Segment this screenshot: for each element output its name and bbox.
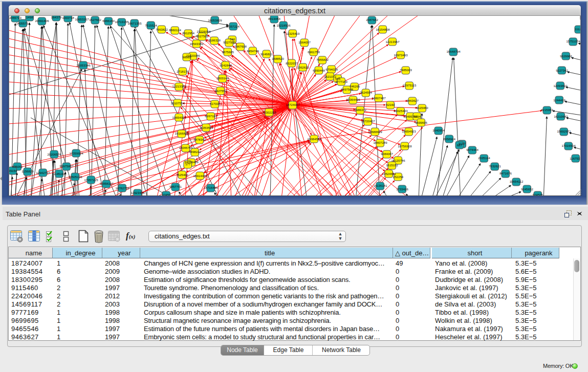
- svg-text:19218506: 19218506: [276, 24, 291, 27]
- svg-text:18807249: 18807249: [373, 141, 387, 144]
- svg-text:8860124: 8860124: [169, 28, 181, 32]
- svg-text:8454749: 8454749: [247, 49, 259, 53]
- svg-text:1640954: 1640954: [432, 128, 445, 132]
- svg-text:9699695: 9699695: [415, 121, 427, 124]
- svg-text:8813054: 8813054: [268, 17, 280, 20]
- svg-text:10653267: 10653267: [75, 17, 89, 21]
- svg-text:10688609: 10688609: [368, 130, 382, 134]
- svg-text:8958924: 8958924: [443, 137, 455, 141]
- svg-text:1145194: 1145194: [53, 172, 66, 176]
- svg-text:19654923: 19654923: [402, 129, 416, 133]
- svg-text:10807487: 10807487: [372, 96, 386, 100]
- svg-text:10973493: 10973493: [394, 53, 408, 57]
- svg-text:14055714: 14055714: [16, 21, 30, 25]
- svg-text:7485003: 7485003: [400, 68, 412, 72]
- svg-text:23302215: 23302215: [262, 111, 276, 114]
- svg-text:98965: 98965: [183, 55, 192, 59]
- svg-text:20206576: 20206576: [47, 152, 61, 156]
- svg-text:9329966: 9329966: [560, 54, 572, 58]
- svg-text:8427552: 8427552: [214, 89, 227, 93]
- svg-text:8267110: 8267110: [205, 114, 217, 118]
- svg-text:1167533: 1167533: [570, 157, 580, 160]
- svg-text:2935114: 2935114: [478, 156, 490, 160]
- svg-text:16053809: 16053809: [208, 18, 222, 22]
- svg-text:1564097: 1564097: [298, 40, 311, 44]
- svg-text:99975867: 99975867: [59, 164, 74, 168]
- svg-text:10107554: 10107554: [170, 101, 185, 105]
- svg-text:2087682: 2087682: [366, 18, 378, 21]
- svg-text:20053346: 20053346: [76, 63, 91, 67]
- svg-text:15720407: 15720407: [361, 119, 375, 123]
- svg-text:12093822: 12093822: [553, 84, 568, 87]
- svg-text:12923448: 12923448: [130, 191, 145, 194]
- svg-text:6961758: 6961758: [308, 50, 320, 54]
- svg-text:12505135: 12505135: [68, 175, 82, 179]
- svg-text:687: 687: [457, 143, 463, 147]
- svg-text:1498: 1498: [26, 16, 33, 19]
- svg-text:8322037: 8322037: [286, 61, 298, 65]
- svg-text:3624554: 3624554: [360, 91, 372, 94]
- svg-text:7625402: 7625402: [176, 173, 188, 177]
- svg-text:1244419: 1244419: [553, 98, 565, 102]
- svg-text:1527602: 1527602: [89, 18, 101, 21]
- svg-text:6794028: 6794028: [325, 68, 338, 71]
- svg-text:9146821: 9146821: [260, 52, 273, 56]
- svg-text:11325419: 11325419: [286, 32, 300, 35]
- svg-text:10719155: 10719155: [115, 20, 129, 24]
- svg-text:10025433: 10025433: [394, 109, 408, 113]
- svg-text:9242848: 9242848: [220, 63, 232, 67]
- svg-text:2718176: 2718176: [177, 70, 189, 73]
- svg-text:11123: 11123: [575, 27, 580, 31]
- svg-text:1615152: 1615152: [386, 163, 398, 167]
- svg-text:12975115: 12975115: [403, 83, 417, 87]
- svg-text:8094: 8094: [413, 115, 421, 118]
- svg-text:417004: 417004: [210, 102, 221, 105]
- svg-text:7357224: 7357224: [227, 25, 239, 28]
- svg-text:17016504: 17016504: [561, 144, 576, 147]
- svg-text:6497568: 6497568: [341, 87, 353, 91]
- svg-text:19166829: 19166829: [175, 132, 189, 135]
- svg-text:62160: 62160: [386, 103, 396, 106]
- svg-text:23226058: 23226058: [197, 30, 211, 33]
- svg-text:5498222: 5498222: [189, 150, 201, 154]
- svg-text:16210643: 16210643: [554, 115, 568, 118]
- svg-text:16648794: 16648794: [446, 50, 461, 53]
- svg-text:20691406: 20691406: [35, 19, 49, 23]
- svg-text:7632621: 7632621: [489, 164, 501, 168]
- svg-text:16046766: 16046766: [179, 146, 193, 149]
- svg-text:18724007: 18724007: [286, 103, 300, 106]
- svg-text:9327505: 9327505: [223, 40, 235, 44]
- svg-text:6966160: 6966160: [102, 19, 115, 23]
- svg-text:12942737: 12942737: [36, 171, 50, 174]
- svg-text:164379: 164379: [51, 16, 62, 19]
- svg-text:20364436: 20364436: [346, 98, 360, 101]
- svg-text:15692971: 15692971: [557, 129, 571, 133]
- svg-text:9115460: 9115460: [416, 106, 428, 110]
- svg-text:9474444: 9474444: [466, 148, 478, 151]
- svg-text:15751074: 15751074: [566, 39, 580, 43]
- svg-text:16914479: 16914479: [193, 174, 207, 178]
- svg-text:7663822: 7663822: [156, 28, 168, 31]
- svg-text:1621072: 1621072: [324, 75, 336, 78]
- svg-text:17359924: 17359924: [69, 151, 83, 155]
- svg-text:16782759: 16782759: [115, 186, 129, 190]
- svg-text:935061: 935061: [12, 165, 23, 168]
- svg-text:10654112: 10654112: [510, 180, 524, 183]
- svg-text:8878342: 8878342: [193, 138, 206, 141]
- svg-text:19756928: 19756928: [398, 144, 412, 148]
- svg-text:17357225: 17357225: [84, 178, 98, 182]
- svg-text:9227342: 9227342: [556, 69, 568, 72]
- svg-text:1003718: 1003718: [62, 16, 74, 19]
- svg-text:9327505: 9327505: [196, 34, 208, 38]
- svg-text:9084067: 9084067: [381, 152, 393, 156]
- svg-text:9245652: 9245652: [521, 187, 533, 191]
- svg-text:1362615: 1362615: [297, 65, 309, 69]
- svg-text:3875685: 3875685: [222, 50, 234, 54]
- svg-text:10958107: 10958107: [99, 182, 114, 185]
- svg-text:1156829: 1156829: [21, 169, 34, 173]
- svg-text:9463627: 9463627: [406, 99, 419, 102]
- svg-text:177: 177: [185, 162, 191, 166]
- svg-text:19384554: 19384554: [307, 137, 321, 141]
- svg-text:2055713: 2055713: [9, 16, 21, 19]
- svg-text:39154: 39154: [9, 169, 17, 172]
